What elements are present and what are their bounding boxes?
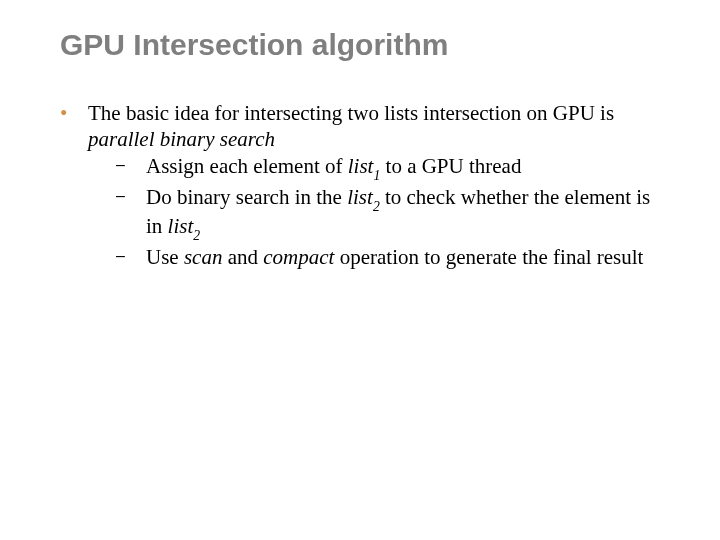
sub3-text: Use scan and compact operation to genera… xyxy=(146,244,670,270)
sub1-post: to a GPU thread xyxy=(380,154,521,178)
slide: GPU Intersection algorithm • The basic i… xyxy=(0,0,720,540)
bullet-level2: – Assign each element of list1 to a GPU … xyxy=(116,153,670,182)
sub2-text: Do binary search in the list2 to check w… xyxy=(146,184,670,243)
sub2-subscript2: 2 xyxy=(193,228,200,243)
sub2-list2: list xyxy=(168,214,194,238)
dash-icon: – xyxy=(116,184,146,208)
bullet-dot-icon: • xyxy=(60,100,88,126)
sub3-compact: compact xyxy=(263,245,334,269)
sub2-subscript: 2 xyxy=(373,199,380,214)
sub1-subscript: 1 xyxy=(373,168,380,183)
l1-em: parallel binary search xyxy=(88,127,275,151)
slide-title: GPU Intersection algorithm xyxy=(60,28,448,62)
sub1-pre: Assign each element of xyxy=(146,154,348,178)
bullet-level1: • The basic idea for intersecting two li… xyxy=(60,100,670,273)
sub1-list: list xyxy=(348,154,374,178)
dash-icon: – xyxy=(116,244,146,268)
bullet-level2: – Use scan and compact operation to gene… xyxy=(116,244,670,270)
sub3-and: and xyxy=(222,245,263,269)
dash-icon: – xyxy=(116,153,146,177)
bullet-level1-text: The basic idea for intersecting two list… xyxy=(88,100,670,273)
sub3-post: operation to generate the final result xyxy=(334,245,643,269)
slide-body: • The basic idea for intersecting two li… xyxy=(60,100,670,275)
sub3-pre: Use xyxy=(146,245,184,269)
bullet-level2: – Do binary search in the list2 to check… xyxy=(116,184,670,243)
sub1-text: Assign each element of list1 to a GPU th… xyxy=(146,153,670,182)
sub3-scan: scan xyxy=(184,245,223,269)
sub2-pre: Do binary search in the xyxy=(146,185,347,209)
l1-pre: The basic idea for intersecting two list… xyxy=(88,101,614,125)
sub2-list: list xyxy=(347,185,373,209)
